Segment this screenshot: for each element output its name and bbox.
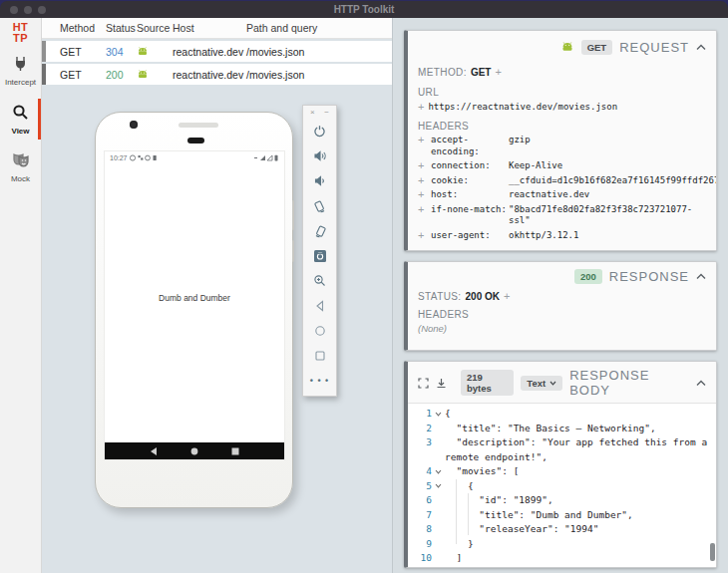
- window-title: HTTP Toolkit: [0, 4, 728, 15]
- add-header-filter-button[interactable]: +: [418, 175, 431, 187]
- add-url-filter-button[interactable]: +: [418, 101, 424, 113]
- body-format-select[interactable]: Text: [521, 376, 562, 391]
- android-nav-bar: [105, 442, 284, 459]
- table-row[interactable]: GET 304 reactnative.dev /movies.json: [42, 41, 392, 62]
- row-accent-strip: [42, 64, 46, 85]
- requests-table-header: Method Status Source Host Path and query: [42, 18, 392, 39]
- editor-scrollbar[interactable]: [710, 543, 715, 561]
- code-line: 3 "description": "Your app fetched this …: [408, 435, 716, 464]
- android-home-button[interactable]: [189, 446, 199, 456]
- add-header-filter-button[interactable]: +: [418, 204, 431, 227]
- column-method: Method: [60, 22, 106, 34]
- code-line: 11 }: [408, 566, 716, 568]
- back-button[interactable]: [303, 293, 336, 318]
- search-icon: [12, 104, 29, 125]
- emulator-minimize-icon[interactable]: −: [324, 108, 329, 119]
- header-value: __cfduid=d1c9b16f682ea7f16145f99ffdf2678…: [509, 175, 717, 187]
- expand-body-icon[interactable]: [418, 378, 429, 389]
- header-value: "8bacd71fe8d02fa82f3f38c723721077-ssl": [509, 204, 704, 227]
- table-row[interactable]: GET 200 reactnative.dev /movies.json: [42, 64, 392, 85]
- phone-earpiece: [187, 138, 204, 143]
- json-body-editor[interactable]: 1 { 2 "title": "The Basics – Networking"…: [408, 403, 716, 567]
- status-value: 200 OK: [466, 291, 500, 302]
- volume-down-button[interactable]: [303, 168, 336, 193]
- code-line: 2 "title": "The Basics – Networking",: [408, 422, 716, 436]
- header-row: + host: reactnative.dev: [418, 189, 704, 201]
- minimize-window-button[interactable]: [24, 6, 32, 14]
- cell-path: /movies.json: [246, 46, 392, 58]
- phone-screen[interactable]: 10:27: [104, 150, 285, 460]
- zoom-button[interactable]: [303, 268, 336, 293]
- volume-up-button[interactable]: [303, 143, 336, 168]
- method-value: GET: [471, 67, 492, 78]
- header-key: accept-encoding:: [431, 135, 509, 157]
- fold-toggle-icon[interactable]: [432, 479, 445, 494]
- collapse-request-icon[interactable]: [696, 44, 706, 51]
- android-source-icon: [137, 70, 173, 79]
- add-header-filter-button[interactable]: +: [418, 189, 431, 201]
- emulator-close-icon[interactable]: ×: [310, 108, 315, 119]
- collapse-response-icon[interactable]: [696, 273, 706, 280]
- sidebar-item-label: View: [11, 127, 29, 136]
- request-headers-label: HEADERS: [418, 121, 704, 132]
- header-key: user-agent:: [431, 230, 509, 242]
- maximize-window-button[interactable]: [38, 6, 46, 14]
- close-window-button[interactable]: [10, 6, 18, 14]
- phone-camera-dot: [130, 121, 138, 129]
- code-line: 5 {: [408, 479, 716, 494]
- home-button[interactable]: [303, 318, 336, 343]
- android-back-button[interactable]: [149, 446, 159, 456]
- app-movie-title-text: Dumb and Dumber: [105, 293, 284, 303]
- sidebar-item-intercept[interactable]: Intercept: [0, 48, 41, 93]
- more-options-button[interactable]: • • •: [303, 368, 336, 393]
- add-method-filter-button[interactable]: +: [495, 66, 501, 78]
- code-line: 4 "movies": [: [408, 464, 716, 479]
- header-row: + cookie: __cfduid=d1c9b16f682ea7f16145f…: [418, 175, 704, 187]
- cell-method: GET: [60, 46, 106, 58]
- add-header-filter-button[interactable]: +: [418, 135, 431, 157]
- add-header-filter-button[interactable]: +: [418, 230, 431, 242]
- column-path: Path and query: [246, 22, 392, 34]
- add-header-filter-button[interactable]: +: [418, 160, 431, 172]
- column-status: Status: [106, 22, 137, 34]
- fold-toggle-icon[interactable]: [432, 407, 445, 422]
- code-line: 7 "title": "Dumb and Dumber",: [408, 508, 716, 523]
- android-overview-button[interactable]: [230, 446, 240, 456]
- row-accent-strip: [42, 41, 46, 62]
- url-label: URL: [418, 87, 704, 98]
- sidebar-item-view[interactable]: View: [0, 97, 41, 142]
- phone-clock: 10:27: [110, 154, 128, 161]
- response-body-section-title: RESPONSE BODY: [569, 368, 689, 398]
- view-content: Method Status Source Host Path and query…: [42, 18, 392, 573]
- notification-icons: [130, 154, 160, 161]
- body-size-badge: 219 bytes: [461, 370, 514, 396]
- screenshot-button[interactable]: [303, 243, 336, 268]
- android-emulator-phone: 10:27: [95, 112, 293, 508]
- android-source-icon: [560, 38, 574, 56]
- theater-masks-icon: [12, 152, 30, 172]
- download-body-icon[interactable]: [436, 378, 447, 389]
- power-button[interactable]: [303, 119, 336, 143]
- code-line: 9 }: [408, 537, 716, 552]
- request-url: https://reactnative.dev/movies.json: [428, 102, 617, 112]
- overview-button[interactable]: [303, 343, 336, 368]
- header-value: okhttp/3.12.1: [509, 230, 704, 242]
- code-line: 10 ]: [408, 551, 716, 566]
- chevron-down-icon: [549, 381, 556, 386]
- response-status-badge: 200: [574, 269, 602, 284]
- sidebar-item-mock[interactable]: Mock: [0, 145, 41, 189]
- header-value: reactnative.dev: [509, 189, 704, 201]
- header-row: + accept-encoding: gzip: [418, 135, 704, 157]
- header-value: gzip: [509, 135, 704, 157]
- header-value: Keep-Alive: [509, 160, 704, 172]
- response-card: 200 RESPONSE STATUS: 200 OK + HEADERS (N…: [404, 261, 717, 351]
- phone-power-button: [292, 200, 294, 230]
- header-key: connection:: [431, 160, 509, 172]
- column-source: Source: [137, 22, 173, 34]
- fold-toggle-icon[interactable]: [432, 464, 445, 479]
- collapse-response-body-icon[interactable]: [696, 380, 706, 387]
- rotate-left-button[interactable]: [303, 193, 336, 218]
- rotate-right-button[interactable]: [303, 218, 336, 243]
- header-row: + if-none-match: "8bacd71fe8d02fa82f3f38…: [418, 204, 704, 227]
- add-status-filter-button[interactable]: +: [504, 290, 510, 302]
